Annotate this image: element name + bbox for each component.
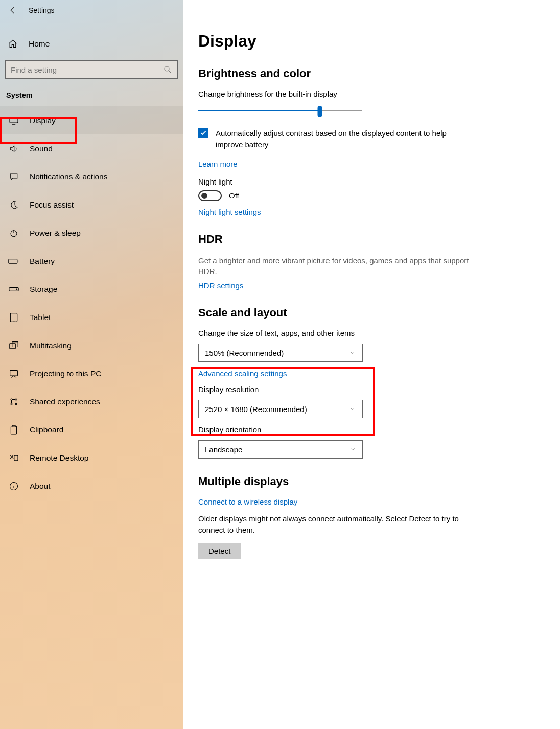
sidebar-home[interactable]: Home — [0, 33, 183, 55]
search-icon — [163, 65, 172, 74]
svg-rect-7 — [10, 343, 15, 348]
sidebar-item-label: Remote Desktop — [30, 453, 88, 463]
section-scale: Scale and layout — [198, 306, 545, 320]
sidebar-item-label: Storage — [30, 285, 57, 294]
connect-wireless-link[interactable]: Connect to a wireless display — [198, 497, 545, 506]
orientation-value: Landscape — [205, 445, 242, 454]
back-button[interactable] — [7, 5, 18, 16]
power-icon — [8, 229, 19, 238]
page-title: Display — [198, 32, 545, 51]
resolution-select[interactable]: 2520 × 1680 (Recommended) — [198, 400, 363, 418]
sidebar-group-system: System — [0, 79, 183, 106]
svg-point-10 — [11, 399, 12, 400]
resolution-label: Display resolution — [198, 385, 545, 394]
sidebar-item-label: Notifications & actions — [30, 172, 108, 181]
sidebar-item-battery[interactable]: Battery — [0, 247, 183, 275]
svg-rect-9 — [10, 370, 18, 376]
clipboard-icon — [8, 425, 19, 435]
svg-rect-6 — [10, 313, 17, 322]
svg-point-11 — [15, 399, 17, 400]
scale-size-label: Change the size of text, apps, and other… — [198, 329, 545, 337]
learn-more-link[interactable]: Learn more — [198, 160, 545, 168]
hdr-settings-link[interactable]: HDR settings — [198, 281, 545, 290]
sidebar-item-label: Battery — [30, 257, 55, 266]
svg-rect-1 — [10, 117, 18, 122]
chevron-down-icon — [349, 349, 356, 356]
svg-point-0 — [165, 66, 169, 71]
sidebar-item-label: About — [30, 482, 51, 491]
info-icon — [8, 482, 19, 491]
multitasking-icon — [8, 341, 19, 350]
advanced-scaling-link[interactable]: Advanced scaling settings — [198, 369, 545, 378]
display-settings-page: Display Brightness and color Change brig… — [183, 0, 560, 729]
sidebar-item-clipboard[interactable]: Clipboard — [0, 416, 183, 444]
scale-size-value: 150% (Recommended) — [205, 349, 284, 357]
sidebar-item-projecting[interactable]: Projecting to this PC — [0, 359, 183, 388]
svg-rect-14 — [11, 426, 16, 434]
sidebar-item-multitasking[interactable]: Multitasking — [0, 331, 183, 359]
sidebar-item-label: Clipboard — [30, 425, 63, 435]
section-multiple-displays: Multiple displays — [198, 475, 545, 488]
orientation-select[interactable]: Landscape — [198, 440, 363, 459]
home-icon — [7, 39, 18, 49]
night-light-value: Off — [229, 191, 239, 200]
detect-button[interactable]: Detect — [198, 543, 241, 559]
slider-fill — [198, 110, 320, 111]
settings-sidebar: Settings Home System Display Sound Notif… — [0, 0, 183, 729]
sidebar-item-about[interactable]: About — [0, 472, 183, 500]
battery-icon — [8, 258, 19, 265]
sidebar-item-shared-experiences[interactable]: Shared experiences — [0, 388, 183, 416]
auto-contrast-label: Automatically adjust contrast based on t… — [216, 128, 471, 150]
arrow-left-icon — [8, 6, 17, 15]
shared-icon — [8, 397, 19, 406]
sidebar-item-label: Tablet — [30, 313, 51, 322]
brightness-label: Change brightness for the built-in displ… — [198, 89, 545, 98]
sidebar-item-label: Power & sleep — [30, 229, 81, 238]
home-label: Home — [29, 39, 50, 49]
scale-size-select[interactable]: 150% (Recommended) — [198, 344, 363, 362]
sidebar-item-remote-desktop[interactable]: Remote Desktop — [0, 444, 183, 472]
sidebar-item-label: Focus assist — [30, 200, 74, 210]
svg-point-12 — [11, 403, 12, 405]
sidebar-item-label: Multitasking — [30, 341, 72, 350]
chevron-down-icon — [349, 446, 356, 453]
sidebar-item-label: Projecting to this PC — [30, 369, 101, 378]
section-hdr: HDR — [198, 233, 545, 246]
speech-bubble-icon — [8, 172, 19, 181]
sidebar-item-label: Display — [30, 116, 56, 125]
svg-point-5 — [16, 289, 17, 290]
auto-contrast-checkbox[interactable]: Automatically adjust contrast based on t… — [198, 128, 545, 150]
slider-thumb[interactable] — [317, 106, 322, 117]
search-field[interactable] — [11, 61, 163, 78]
search-input[interactable] — [5, 60, 178, 79]
checkbox-checked-icon — [198, 128, 208, 138]
sidebar-item-storage[interactable]: Storage — [0, 275, 183, 303]
sidebar-item-power-sleep[interactable]: Power & sleep — [0, 219, 183, 247]
sidebar-item-display[interactable]: Display — [0, 106, 183, 134]
remote-desktop-icon — [8, 454, 19, 462]
section-brightness: Brightness and color — [198, 67, 545, 80]
sound-icon — [8, 144, 19, 153]
display-icon — [8, 117, 19, 125]
night-light-settings-link[interactable]: Night light settings — [198, 208, 545, 216]
night-light-toggle[interactable] — [198, 190, 222, 201]
sidebar-item-tablet[interactable]: Tablet — [0, 303, 183, 331]
projecting-icon — [8, 369, 19, 378]
multi-desc: Older displays might not always connect … — [198, 513, 474, 536]
orientation-label: Display orientation — [198, 425, 545, 434]
sidebar-item-label: Shared experiences — [30, 397, 100, 406]
storage-icon — [8, 286, 19, 292]
tablet-icon — [8, 312, 19, 323]
sidebar-item-notifications[interactable]: Notifications & actions — [0, 163, 183, 191]
brightness-slider[interactable] — [198, 104, 362, 117]
sidebar-item-focus-assist[interactable]: Focus assist — [0, 191, 183, 219]
hdr-desc: Get a brighter and more vibrant picture … — [198, 255, 474, 278]
toggle-knob — [201, 193, 207, 199]
sidebar-item-sound[interactable]: Sound — [0, 134, 183, 163]
night-light-label: Night light — [198, 177, 545, 186]
svg-rect-8 — [12, 341, 18, 347]
resolution-value: 2520 × 1680 (Recommended) — [205, 405, 307, 414]
svg-rect-16 — [14, 455, 18, 461]
settings-title: Settings — [29, 6, 55, 14]
svg-rect-3 — [9, 259, 17, 263]
